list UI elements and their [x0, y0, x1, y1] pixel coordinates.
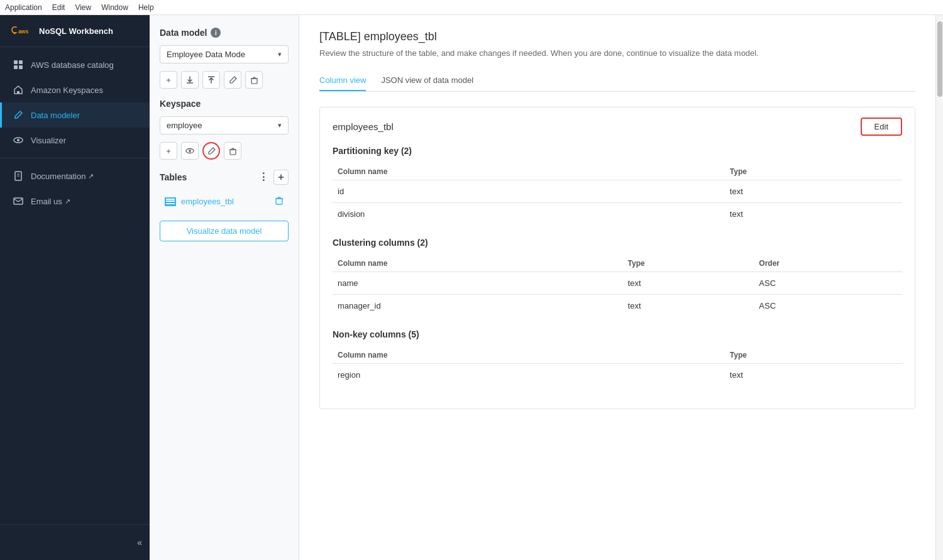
view-keyspace-button[interactable] [181, 142, 199, 160]
col-header-type-2: Type [623, 255, 754, 272]
data-model-dropdown[interactable]: Employee Data Mode ▾ [160, 45, 289, 63]
main-content: [TABLE] employees_tbl Review the structu… [299, 15, 935, 560]
chevron-down-icon: ▾ [278, 50, 282, 58]
data-model-toolbar: + [160, 71, 289, 89]
sidebar-item-database-catalog[interactable]: AWS database catalog [0, 52, 150, 77]
sidebar-label-database-catalog: AWS database catalog [31, 60, 114, 70]
data-model-label: Data model [160, 28, 207, 38]
tabs-row: Column view JSON view of data model [319, 70, 915, 92]
cell-col-manager-id: manager_id [333, 295, 623, 317]
partitioning-key-heading: Partitioning key (2) [333, 146, 902, 156]
external-link-icon: ↗ [88, 172, 94, 180]
cell-type-division: text [725, 203, 902, 226]
table-card-name: employees_tbl [333, 121, 394, 132]
keyspace-chevron-icon: ▾ [278, 121, 282, 129]
sidebar-item-documentation[interactable]: Documentation ↗ [0, 163, 150, 189]
table-row: name text ASC [333, 272, 902, 295]
table-item[interactable]: employees_tbl [160, 192, 289, 211]
eye-icon [12, 134, 25, 146]
menu-application[interactable]: Application [5, 3, 42, 12]
aws-logo-icon: aws [10, 24, 33, 38]
svg-rect-2 [19, 60, 23, 64]
info-icon[interactable]: i [211, 28, 221, 38]
sidebar-footer: « [0, 524, 150, 560]
menu-edit[interactable]: Edit [52, 3, 65, 12]
table-name: employees_tbl [181, 197, 234, 206]
table-row: region text [333, 364, 902, 387]
tab-column-view[interactable]: Column view [319, 70, 366, 91]
selected-keyspace: employee [167, 121, 202, 130]
table-card-header: employees_tbl Edit [333, 118, 902, 136]
col-header-name-2: Column name [333, 255, 623, 272]
table-row: manager_id text ASC [333, 295, 902, 317]
keyspace-section: Keyspace [160, 99, 289, 109]
svg-rect-17 [230, 150, 236, 155]
tables-section: Tables ⋮ + [160, 170, 289, 185]
clustering-columns-table: Column name Type Order name text ASC man… [333, 255, 902, 317]
edit-table-button[interactable]: Edit [861, 118, 902, 136]
svg-rect-3 [14, 65, 18, 69]
non-key-columns-heading: Non-key columns (5) [333, 329, 902, 339]
add-table-button[interactable]: + [273, 170, 289, 185]
edit-model-button[interactable] [224, 71, 241, 89]
external-link-icon-email: ↗ [65, 197, 70, 206]
tables-label: Tables [160, 172, 187, 182]
keyspace-dropdown[interactable]: employee ▾ [160, 116, 289, 135]
delete-keyspace-button[interactable] [224, 142, 241, 160]
sidebar-item-email-us[interactable]: Email us ↗ [0, 189, 150, 214]
add-keyspace-button[interactable]: + [160, 142, 177, 160]
cell-col-division: division [333, 203, 725, 226]
svg-rect-11 [14, 198, 23, 204]
cell-col-id: id [333, 180, 725, 203]
edit-keyspace-button[interactable] [202, 142, 220, 160]
cell-type-id: text [725, 180, 902, 203]
sidebar-label-amazon-keyspaces: Amazon Keyspaces [31, 85, 103, 95]
svg-text:aws: aws [18, 28, 28, 35]
table-icon [165, 197, 176, 206]
svg-point-7 [17, 139, 19, 141]
sidebar-collapse-button[interactable]: « [0, 532, 150, 552]
sidebar-label-email-us: Email us [31, 197, 62, 206]
sidebar-header: aws NoSQL Workbench [0, 15, 150, 47]
menu-help[interactable]: Help [138, 3, 154, 12]
svg-point-16 [189, 150, 191, 152]
cell-col-region: region [333, 364, 725, 387]
grid-icon [12, 58, 25, 71]
sidebar-label-data-modeler: Data modeler [31, 111, 80, 120]
cell-order-manager-id: ASC [754, 295, 902, 317]
table-row: division text [333, 203, 902, 226]
clustering-columns-heading: Clustering columns (2) [333, 238, 902, 248]
visualize-data-model-button[interactable]: Visualize data model [160, 221, 289, 241]
cell-type-name: text [623, 272, 754, 295]
import-model-button[interactable] [181, 71, 199, 89]
selected-model: Employee Data Mode [167, 50, 245, 59]
delete-table-icon[interactable] [275, 196, 284, 207]
tab-json-view[interactable]: JSON view of data model [381, 70, 473, 91]
sidebar-item-visualizer[interactable]: Visualizer [0, 128, 150, 153]
sidebar: aws NoSQL Workbench AWS database catalog [0, 15, 150, 560]
non-key-columns-table: Column name Type region text [333, 347, 902, 386]
add-model-button[interactable]: + [160, 71, 177, 89]
more-icon[interactable]: ⋮ [258, 172, 268, 182]
export-model-button[interactable] [202, 71, 220, 89]
sidebar-nav: AWS database catalog Amazon Keyspaces [0, 47, 150, 524]
sidebar-item-data-modeler[interactable]: Data modeler [0, 102, 150, 128]
menu-view[interactable]: View [75, 3, 91, 12]
col-header-name-3: Column name [333, 347, 725, 364]
scrollbar-thumb [937, 21, 942, 97]
app-title: NoSQL Workbench [39, 26, 113, 36]
right-scrollbar[interactable] [935, 15, 943, 560]
svg-rect-14 [251, 79, 257, 84]
keyspace-label: Keyspace [160, 99, 201, 109]
menu-window[interactable]: Window [101, 3, 128, 12]
data-model-section: Data model i [160, 28, 289, 38]
col-header-order: Order [754, 255, 902, 272]
table-item-name: employees_tbl [165, 197, 234, 206]
page-subtitle: Review the structure of the table, and m… [319, 48, 915, 58]
col-header-type-3: Type [725, 347, 902, 364]
email-icon [12, 195, 25, 207]
sidebar-item-amazon-keyspaces[interactable]: Amazon Keyspaces [0, 77, 150, 102]
svg-rect-1 [14, 60, 18, 64]
pencil-icon [12, 109, 25, 121]
delete-model-button[interactable] [245, 71, 263, 89]
